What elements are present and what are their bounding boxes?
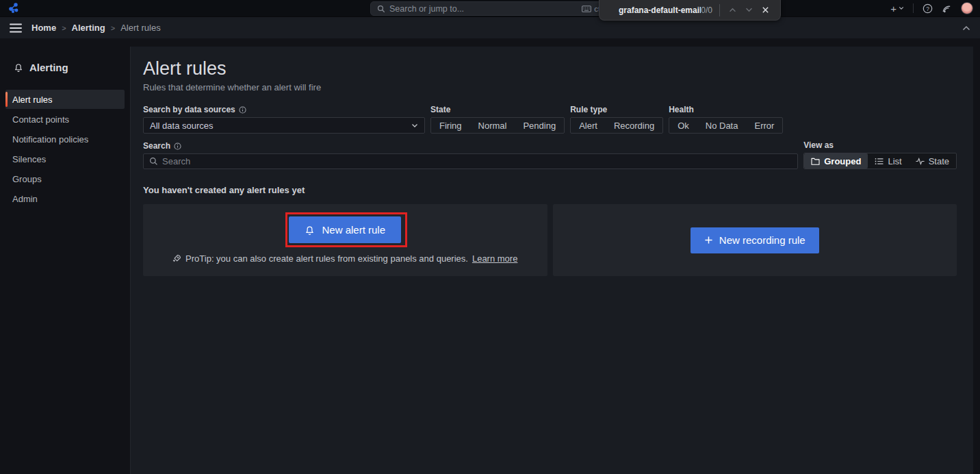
alert-rule-panel: New alert rule ProTip: you can also crea… — [143, 204, 547, 276]
sidebar-item-silences[interactable]: Silences — [0, 149, 130, 169]
bell-icon — [14, 62, 23, 73]
section-sidebar: Alerting Alert rules Contact points Noti… — [0, 38, 130, 474]
collapse-toolbar-button[interactable] — [962, 25, 970, 31]
svg-text:?: ? — [926, 5, 929, 12]
page-title: Alert rules — [143, 58, 957, 79]
chevron-down-icon — [411, 123, 418, 128]
rules-search-box[interactable] — [143, 153, 798, 169]
breadcrumb-separator: > — [62, 24, 66, 32]
breadcrumb-separator: > — [111, 24, 115, 32]
state-option-pending[interactable]: Pending — [515, 118, 564, 133]
search-row: Search View as — [143, 140, 957, 169]
chevron-down-icon — [745, 8, 753, 12]
search-filter-label: Search — [143, 141, 798, 151]
info-icon — [174, 142, 181, 150]
chevron-down-icon — [899, 6, 904, 10]
recording-rule-panel: New recording rule — [553, 204, 957, 276]
new-menu-button[interactable]: + — [890, 3, 904, 14]
protip: ProTip: you can also create alert rules … — [172, 253, 517, 264]
browser-find-bar: grafana-default-email 0/0 — [599, 0, 781, 21]
sidebar-item-admin[interactable]: Admin — [0, 189, 130, 208]
filters-row: Search by data sources All data sources … — [143, 105, 957, 134]
state-option-firing[interactable]: Firing — [431, 118, 470, 133]
list-icon — [875, 158, 884, 165]
search-icon — [149, 157, 158, 166]
health-filter-label: Health — [669, 105, 783, 114]
health-option-error[interactable]: Error — [746, 118, 782, 133]
rule-type-option-alert[interactable]: Alert — [571, 118, 606, 133]
view-as-grouped[interactable]: Grouped — [804, 153, 868, 169]
state-filter-label: State — [430, 105, 565, 114]
breadcrumb-bar: Home > Alerting > Alert rules — [0, 17, 980, 38]
datasource-select[interactable]: All data sources — [143, 117, 425, 134]
find-previous-button[interactable] — [724, 2, 740, 18]
empty-state-panels: New alert rule ProTip: you can also crea… — [143, 204, 957, 276]
sidebar-item-notification-policies[interactable]: Notification policies — [0, 129, 130, 149]
breadcrumb-alerting[interactable]: Alerting — [72, 23, 105, 33]
divider — [719, 4, 720, 16]
bell-icon — [305, 225, 315, 236]
help-button[interactable]: ? — [923, 3, 933, 14]
global-search-input[interactable] — [389, 4, 578, 14]
breadcrumb: Home > Alerting > Alert rules — [31, 23, 161, 33]
sidebar-item-alert-rules[interactable]: Alert rules — [5, 90, 125, 109]
rocket-icon — [172, 254, 181, 263]
breadcrumb-current: Alert rules — [120, 23, 161, 33]
news-icon — [942, 3, 952, 14]
view-as-label: View as — [803, 140, 957, 150]
find-match-count: 0/0 — [701, 5, 712, 15]
chevron-up-icon — [962, 25, 970, 31]
state-filter-group: Firing Normal Pending — [430, 117, 565, 134]
close-icon — [762, 6, 769, 14]
rule-type-filter-label: Rule type — [570, 105, 663, 114]
folder-icon — [811, 158, 820, 165]
health-option-nodata[interactable]: No Data — [697, 118, 747, 133]
new-recording-rule-button[interactable]: New recording rule — [691, 227, 819, 253]
protip-text: ProTip: you can also create alert rules … — [185, 253, 468, 264]
activity-icon — [916, 158, 925, 165]
health-option-ok[interactable]: Ok — [669, 118, 697, 133]
view-as-list[interactable]: List — [868, 153, 908, 169]
state-option-normal[interactable]: Normal — [470, 118, 515, 133]
grafana-logo-icon[interactable] — [8, 3, 19, 14]
info-icon — [239, 106, 246, 114]
rules-search-input[interactable] — [162, 156, 792, 166]
page-subtitle: Rules that determine whether an alert wi… — [143, 82, 957, 92]
sidebar-item-groups[interactable]: Groups — [0, 169, 130, 188]
view-as-group: Grouped List State — [803, 153, 957, 169]
health-filter-group: Ok No Data Error — [669, 117, 783, 134]
datasource-filter-label: Search by data sources — [143, 105, 425, 114]
top-navbar: ctr + ? — [0, 0, 980, 17]
user-avatar[interactable] — [961, 2, 973, 14]
plus-icon — [704, 236, 713, 245]
news-button[interactable] — [942, 3, 952, 14]
find-close-button[interactable] — [757, 2, 773, 18]
find-next-button[interactable] — [740, 2, 757, 18]
view-as-state[interactable]: State — [909, 153, 956, 169]
sidebar-item-contact-points[interactable]: Contact points — [0, 110, 130, 129]
help-icon: ? — [923, 3, 933, 14]
keyboard-icon — [582, 5, 591, 12]
plus-icon: + — [890, 3, 897, 14]
breadcrumb-home[interactable]: Home — [31, 23, 56, 33]
sidebar-nav: Alert rules Contact points Notification … — [0, 90, 130, 208]
find-query-text[interactable]: grafana-default-email — [619, 5, 701, 15]
chevron-up-icon — [729, 8, 736, 12]
divider — [913, 3, 914, 13]
sidebar-section-title: Alerting — [0, 62, 130, 73]
learn-more-link[interactable]: Learn more — [472, 253, 517, 264]
empty-state-heading: You haven't created any alert rules yet — [143, 185, 957, 195]
rule-type-option-recording[interactable]: Recording — [606, 118, 662, 133]
rule-type-filter-group: Alert Recording — [570, 117, 663, 134]
main-content: Alert rules Rules that determine whether… — [130, 47, 973, 474]
search-icon — [377, 5, 385, 13]
global-search-box[interactable]: ctr — [370, 1, 610, 16]
menu-icon[interactable] — [10, 23, 22, 33]
new-alert-rule-button[interactable]: New alert rule — [289, 216, 401, 243]
